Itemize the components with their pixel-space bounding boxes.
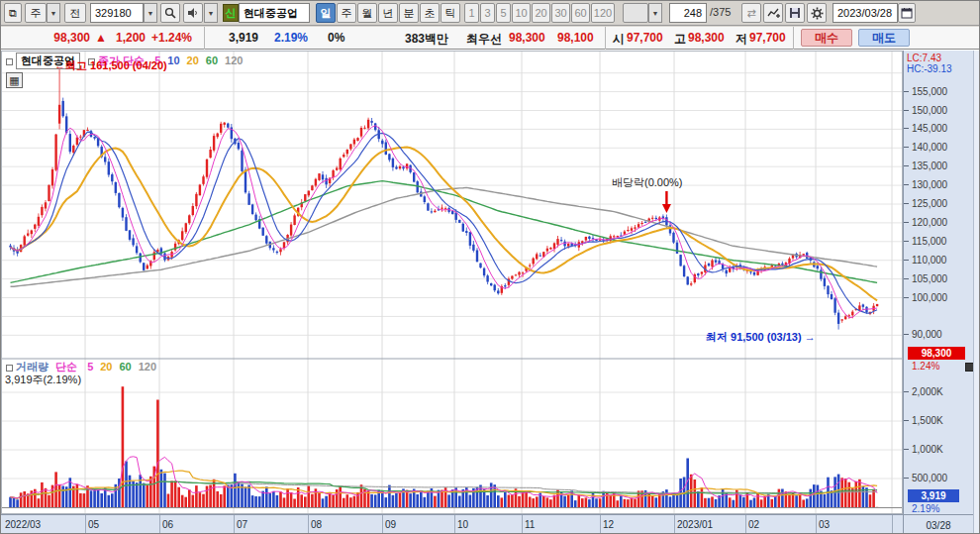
high-label: 고	[674, 31, 686, 48]
code-dropdown-arrow-icon[interactable]: ▼	[144, 3, 157, 23]
best-ask: 98,300	[509, 31, 545, 45]
price-change: 1,200	[110, 31, 146, 45]
save-icon[interactable]	[785, 3, 805, 23]
high-annotation: ←최고 161,500 (04/20)	[54, 58, 167, 73]
period-button-분[interactable]: 분	[399, 3, 419, 23]
axis-corner-date: 03/28	[903, 514, 973, 534]
jeon-button[interactable]: 전	[64, 3, 86, 23]
price-change-pct: +1.24%	[151, 31, 192, 45]
interval-button-1[interactable]: 1	[464, 3, 479, 23]
price-tick: 145,000	[912, 123, 947, 134]
high-price: 98,300	[688, 31, 725, 45]
low-annotation: 최저 91,500 (03/13) →	[706, 330, 816, 345]
grid-table-icon[interactable]: ▦	[6, 72, 23, 88]
volume-legend-type: 단순	[55, 361, 77, 373]
right-arrow-icon: →	[805, 331, 816, 343]
calendar-icon[interactable]	[898, 3, 916, 23]
stock-name-field[interactable]: 현대중공업	[239, 3, 310, 23]
interval-button-60[interactable]: 60	[571, 3, 590, 23]
price-tick: 155,000	[912, 86, 947, 97]
chart-tool-icon[interactable]	[763, 3, 783, 23]
price-tick: 105,000	[912, 273, 947, 284]
time-axis-label: 05	[88, 519, 99, 530]
volume-ma-120: 120	[139, 361, 156, 373]
interval-button-10[interactable]: 10	[512, 3, 531, 23]
search-icon[interactable]	[160, 3, 180, 23]
time-axis-label: 10	[457, 519, 468, 530]
interval-button-120[interactable]: 120	[591, 3, 615, 23]
time-axis-label: 08	[311, 519, 322, 530]
right-scroll-strip[interactable]	[973, 51, 980, 534]
date-input[interactable]: 2023/03/28	[833, 3, 898, 23]
settings-gear-icon[interactable]	[807, 3, 827, 23]
price-ma-20: 20	[187, 54, 199, 66]
sell-button[interactable]: 매도	[858, 29, 910, 47]
time-axis-label: 2022/03	[5, 519, 41, 530]
interval-button-3[interactable]: 3	[480, 3, 495, 23]
price-tick: 130,000	[912, 179, 947, 190]
speaker-icon[interactable]	[183, 3, 203, 23]
window-icon[interactable]: ⧉	[4, 3, 22, 23]
current-volume-pct: 2.19%	[912, 503, 939, 514]
volume-pct: 2.19%	[274, 31, 308, 45]
period-combo-arrow-icon[interactable]: ▼	[47, 3, 60, 23]
lc-value: LC:7.43	[907, 53, 941, 63]
current-price-pct: 1.24%	[912, 361, 939, 372]
time-axis-label: 02	[748, 519, 759, 530]
time-axis-label: 11	[525, 519, 535, 530]
period-button-월[interactable]: 월	[357, 3, 377, 23]
swap-arrows-icon[interactable]: ⇄	[741, 3, 761, 23]
volume-ma-20: 20	[100, 361, 112, 373]
volume-tick: 1,500K	[912, 415, 943, 426]
interval-button-5[interactable]: 5	[496, 3, 511, 23]
volume-value: 3,919	[219, 31, 258, 45]
interval-button-30[interactable]: 30	[551, 3, 570, 23]
period-button-일[interactable]: 일	[316, 3, 336, 23]
buy-button[interactable]: 매수	[801, 29, 852, 47]
checkbox-icon[interactable]	[6, 365, 13, 372]
empty-combo-arrow-icon[interactable]: ▼	[648, 3, 662, 23]
current-price-badge: 98,300	[908, 347, 965, 360]
dividend-annotation: 배당락(0.00%)	[612, 175, 683, 190]
new-stock-badge: 신	[223, 4, 239, 22]
quote-bar: 98,300 ▲ 1,200 +1.24% 3,919 2.19% 0% 383…	[1, 27, 980, 50]
code-input[interactable]: 329180	[90, 3, 144, 23]
candle-total-label: /375	[710, 6, 731, 18]
low-price: 97,700	[749, 31, 786, 45]
period-button-초[interactable]: 초	[420, 3, 440, 23]
volume-current-label: 3,919주(2.19%)	[5, 373, 81, 387]
price-tick: 120,000	[912, 217, 947, 228]
volume-tick: 2,000K	[912, 386, 943, 397]
volume-ma-60: 60	[120, 361, 132, 373]
empty-combo[interactable]	[623, 3, 648, 23]
volume-tick: 500,000	[912, 473, 947, 483]
price-tick: 125,000	[912, 198, 947, 209]
current-price: 98,300	[31, 31, 90, 45]
time-axis-label: 09	[385, 519, 396, 530]
volume-tick: 1,000K	[912, 444, 943, 455]
interval-button-20[interactable]: 20	[532, 3, 550, 23]
volume-ma-5: 5	[87, 361, 93, 373]
speaker-dropdown-arrow-icon[interactable]: ▼	[204, 3, 218, 23]
price-axis[interactable]: LC:7.43 HC:-39.13 98,300 1.24% 3,919 2.1…	[903, 51, 980, 514]
period-button-주[interactable]: 주	[337, 3, 356, 23]
chart-area: 현대중공업 종가 단순 5102060120 ▦ 거래량 단순 52060120…	[1, 50, 980, 534]
current-volume-badge: 3,919	[908, 489, 959, 502]
candlestick-chart[interactable]	[1, 51, 903, 514]
hc-value: HC:-39.13	[907, 63, 952, 74]
price-tick: 150,000	[912, 105, 947, 116]
best-quote-label: 최우선	[466, 31, 502, 48]
toolbar: ⧉ 주 ▼ 전 329180 ▼ ▼ 신 현대중공업 일주월년분초틱 13510…	[1, 1, 980, 26]
turnover-pct: 0%	[328, 31, 344, 45]
candle-count-input[interactable]: 248	[669, 3, 707, 23]
open-price: 97,700	[627, 31, 663, 45]
checkbox-icon[interactable]	[6, 58, 13, 65]
best-bid: 98,100	[557, 31, 594, 45]
time-axis[interactable]: 2022/0305060708091011122023/010203	[1, 514, 903, 534]
period-button-틱[interactable]: 틱	[441, 3, 460, 23]
price-tick: 140,000	[912, 142, 947, 153]
price-ma-120: 120	[225, 54, 243, 66]
period-button-년[interactable]: 년	[378, 3, 398, 23]
up-triangle-icon: ▲	[95, 31, 107, 45]
period-combo[interactable]: 주	[25, 3, 47, 23]
